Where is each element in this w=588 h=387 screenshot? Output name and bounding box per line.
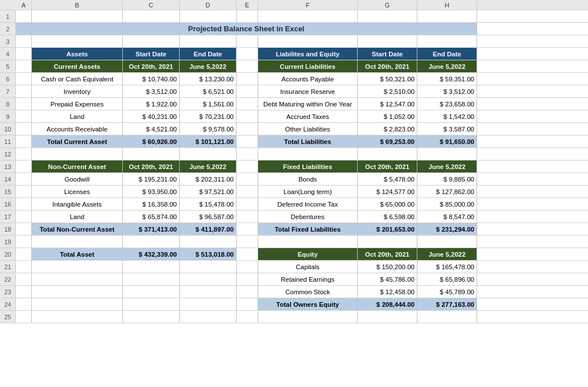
cell-a <box>16 186 32 197</box>
cell-a <box>16 73 32 85</box>
cell-h-row-20: June 5,2022 <box>417 248 477 260</box>
cell-f-row-16: Deferred Income Tax <box>258 198 358 210</box>
cell-b-row-7: Inventory <box>32 85 123 97</box>
cell-g-row-25 <box>358 311 417 323</box>
col-e-header: E <box>237 0 258 10</box>
row-number: 15 <box>0 186 16 197</box>
cell-g-row-16: $ 65,000.00 <box>358 198 417 210</box>
cell-a <box>16 135 32 147</box>
row-number: 11 <box>0 135 16 147</box>
table-row: 14Goodwill$ 195,231.00$ 202,311.00Bonds$… <box>0 173 588 186</box>
row-number: 6 <box>0 73 16 85</box>
row-number: 24 <box>0 298 16 310</box>
cell-b-row-22 <box>32 273 123 285</box>
cell-c-row-10: $ 4,521.00 <box>123 123 180 135</box>
row-number: 20 <box>0 248 16 260</box>
cell-b-row-13: Non-Current Asset <box>32 160 123 172</box>
table-row: 9Land$ 40,231.00$ 70,231.00Accrued Taxes… <box>0 110 588 123</box>
cell-f-row-23: Common Stock <box>258 286 358 298</box>
cell-f-row-8: Debt Maturing within One Year <box>258 98 358 110</box>
row-number: 4 <box>0 48 16 60</box>
column-headers: A B C D E F G H <box>0 0 588 10</box>
table-row: 5Current AssetsOct 20th, 2021June 5,2022… <box>0 60 588 73</box>
cell-e-row-9 <box>237 110 258 122</box>
table-row: 25 <box>0 311 588 323</box>
row-number: 14 <box>0 173 16 185</box>
cell-a <box>16 123 32 135</box>
cell-f-row-12 <box>258 148 358 160</box>
cell-h-row-24: $ 277,163.00 <box>417 298 477 310</box>
cell-a <box>16 110 32 122</box>
table-row: 1 <box>0 10 588 23</box>
cell-a <box>16 10 32 22</box>
table-row: 18Total Non-Current Asset$ 371,413.00$ 4… <box>0 223 588 236</box>
cell-g-row-12 <box>358 148 417 160</box>
cell-f-row-15: Loan(Long term) <box>258 186 358 197</box>
cell-h-row-16: $ 85,000.00 <box>417 198 477 210</box>
cell-b-row-23 <box>32 286 123 298</box>
cell-a <box>16 311 32 323</box>
cell-g-row-19 <box>358 236 417 248</box>
cell-a <box>16 48 32 60</box>
cell-a <box>16 298 32 310</box>
cell-h-row-22: $ 65,896.00 <box>417 273 477 285</box>
cell-g-row-7: $ 2,510.00 <box>358 85 417 97</box>
cell-d-row-10: $ 9,578.00 <box>180 123 237 135</box>
cell-b-row-1 <box>32 10 123 22</box>
col-c-header: C <box>123 0 180 10</box>
cell-a <box>16 160 32 172</box>
cell-c-row-24 <box>123 298 180 310</box>
cell-b-row-21 <box>32 261 123 273</box>
row-number: 9 <box>0 110 16 122</box>
row-number: 21 <box>0 261 16 273</box>
cell-g-row-8: $ 12,547.00 <box>358 98 417 110</box>
row-number: 23 <box>0 286 16 298</box>
table-row: 24Total Owners Equity$ 208,444.00$ 277,1… <box>0 298 588 311</box>
col-h-header: H <box>417 0 477 10</box>
cell-d-row-24 <box>180 298 237 310</box>
cell-e-row-11 <box>237 135 258 147</box>
cell-e-row-22 <box>237 273 258 285</box>
cell-h-row-6: $ 59,351.00 <box>417 73 477 85</box>
cell-h-row-11: $ 91,650.00 <box>417 135 477 147</box>
cell-d-row-14: $ 202,311.00 <box>180 173 237 185</box>
cell-a <box>16 273 32 285</box>
cell-h-row-13: June 5,2022 <box>417 160 477 172</box>
cell-f-row-6: Accounts Payable <box>258 73 358 85</box>
cell-h-row-21: $ 165,478.00 <box>417 261 477 273</box>
cell-d-row-25 <box>180 311 237 323</box>
cell-e-row-24 <box>237 298 258 310</box>
cell-h-row-4: End Date <box>417 48 477 60</box>
cell-f-row-1 <box>258 10 358 22</box>
spreadsheet: A B C D E F G H 12Projected Balance Shee… <box>0 0 588 323</box>
cell-g-row-14: $ 5,478.00 <box>358 173 417 185</box>
row-number: 7 <box>0 85 16 97</box>
cell-c-row-21 <box>123 261 180 273</box>
cell-c-row-7: $ 3,512.00 <box>123 85 180 97</box>
cell-e-row-12 <box>237 148 258 160</box>
cell-h-row-9: $ 1,542.00 <box>417 110 477 122</box>
row-number: 13 <box>0 160 16 172</box>
cell-f-row-14: Bonds <box>258 173 358 185</box>
cell-a <box>16 248 32 260</box>
cell-b-row-17: Land <box>32 211 123 223</box>
cell-f-row-5: Current Liabilities <box>258 60 358 72</box>
cell-g-row-3 <box>358 35 417 47</box>
cell-f-row-18: Total Fixed Liabilities <box>258 223 358 235</box>
cell-g-row-6: $ 50,321.00 <box>358 73 417 85</box>
cell-b-row-3 <box>32 35 123 47</box>
sheet-body: 12Projected Balance Sheet in Excel34Asse… <box>0 10 588 323</box>
cell-f-row-10: Other Liabilities <box>258 123 358 135</box>
cell-b-row-10: Accounts Receivable <box>32 123 123 135</box>
cell-c-row-18: $ 371,413.00 <box>123 223 180 235</box>
cell-f-row-25 <box>258 311 358 323</box>
table-row: 21Capitals$ 150,200.00$ 165,478.00 <box>0 261 588 273</box>
cell-c-row-1 <box>123 10 180 22</box>
cell-h-row-17: $ 8,547.00 <box>417 211 477 223</box>
row-number: 25 <box>0 311 16 323</box>
cell-a <box>16 85 32 97</box>
cell-c-row-13: Oct 20th, 2021 <box>123 160 180 172</box>
cell-c-row-19 <box>123 236 180 248</box>
cell-g-row-15: $ 124,577.00 <box>358 186 417 197</box>
cell-d-row-12 <box>180 148 237 160</box>
